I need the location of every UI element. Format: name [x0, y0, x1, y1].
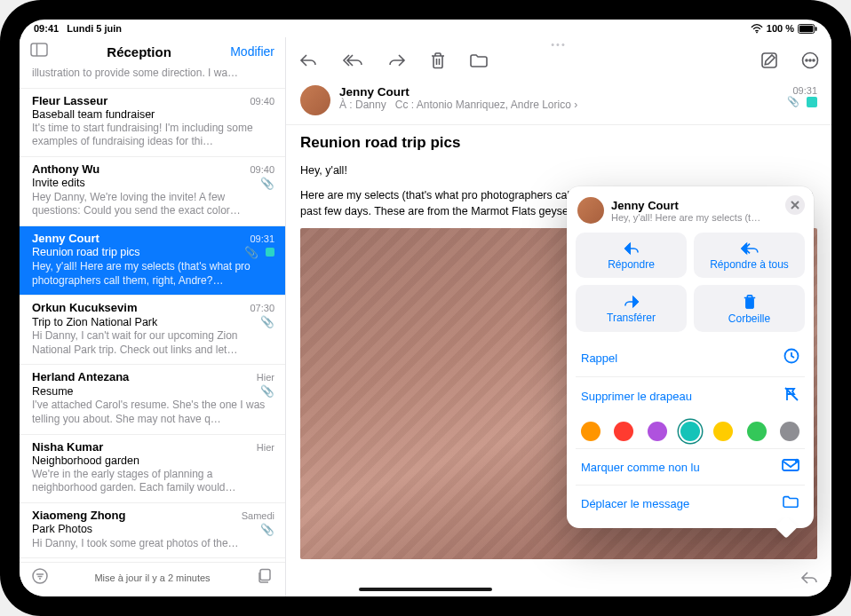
flag-color-swatch[interactable] [780, 422, 799, 441]
popover-sender: Jenny Court [611, 199, 762, 212]
multitask-grabber[interactable]: ••• [286, 37, 831, 50]
flag-color-swatch[interactable] [581, 422, 600, 441]
status-date: Lundi 5 juin [67, 23, 122, 34]
recipient-to[interactable]: Danny [355, 99, 386, 111]
sync-status: Mise à jour il y a 2 minutes [48, 573, 257, 583]
sidebar-toggle-icon[interactable] [30, 43, 48, 60]
move-message-button[interactable]: Déplacer le message [576, 485, 805, 521]
move-folder-icon[interactable] [469, 52, 489, 72]
edit-button[interactable]: Modifier [230, 44, 274, 59]
message-content-pane: ••• [286, 37, 831, 596]
mailbox-title: Réception [107, 44, 171, 59]
flag-color-swatch[interactable] [680, 422, 700, 441]
remove-flag-button[interactable]: Supprimer le drapeau [576, 376, 805, 415]
reply-icon[interactable] [298, 52, 318, 72]
list-item[interactable]: Fleur Lasseur09:40 Baseball team fundrai… [20, 89, 285, 157]
flag-color-swatch[interactable] [648, 422, 667, 441]
attachment-icon: 📎 [244, 246, 258, 259]
flag-color-swatch[interactable] [713, 422, 733, 441]
attachment-icon: 📎 [260, 177, 274, 190]
reply-all-icon[interactable] [341, 52, 364, 72]
svg-point-18 [795, 459, 799, 463]
reply-icon[interactable] [799, 570, 819, 589]
filter-icon[interactable] [32, 568, 48, 588]
mailbox-sidebar: Réception Modifier illustration to provi… [20, 37, 286, 596]
mark-unread-button[interactable]: Marquer comme non lu [576, 448, 805, 485]
attachment-icon: 📎 [260, 315, 274, 328]
envelope-icon [782, 458, 799, 476]
message-time: 09:31 [787, 85, 817, 96]
svg-rect-10 [260, 570, 270, 580]
flag-color-swatch[interactable] [747, 422, 767, 441]
popover-preview: Hey, y'all! Here are my selects (that's… [611, 212, 762, 223]
attachment-icon: 📎 [787, 96, 799, 107]
list-item[interactable]: Orkun Kucuksevim07:30 Trip to Zion Natio… [20, 296, 285, 365]
attachment-icon: 📎 [260, 523, 274, 536]
close-icon[interactable] [785, 195, 805, 215]
list-item[interactable]: illustration to provide some direction. … [20, 64, 285, 89]
svg-rect-4 [31, 43, 47, 56]
svg-point-15 [813, 59, 815, 61]
chevron-right-icon[interactable]: › [574, 99, 577, 111]
forward-button[interactable]: Transférer [576, 285, 687, 332]
sender-name[interactable]: Jenny Court [339, 85, 778, 99]
message-toolbar [286, 50, 831, 78]
svg-rect-2 [799, 25, 814, 31]
message-subject: Reunion road trip pics [300, 134, 817, 152]
folder-icon [782, 494, 799, 512]
battery-percent: 100 % [767, 23, 794, 34]
wifi-icon [751, 24, 763, 34]
trash-icon[interactable] [430, 51, 446, 73]
recipient-cc[interactable]: Antonio Manriquez, Andre Lorico [417, 99, 571, 111]
compose-copies-icon[interactable] [257, 568, 273, 588]
list-item[interactable]: Nisha KumarHier Neighborhood garden We'r… [20, 435, 285, 503]
forward-icon[interactable] [387, 52, 407, 72]
reply-button[interactable]: Répondre [576, 233, 687, 278]
status-bar: 09:41 Lundi 5 juin 100 % [20, 20, 831, 37]
svg-point-13 [806, 59, 807, 61]
svg-point-14 [809, 59, 811, 61]
compose-icon[interactable] [760, 51, 778, 73]
battery-icon [798, 24, 817, 34]
actions-popover: Jenny Court Hey, y'all! Here are my sele… [567, 186, 814, 528]
more-icon[interactable] [801, 51, 819, 73]
trash-button[interactable]: Corbeille [694, 285, 805, 332]
status-time: 09:41 [34, 23, 59, 34]
message-header: Jenny Court À : Danny Cc : Antonio Manri… [286, 78, 831, 125]
flag-icon [807, 97, 817, 107]
message-list[interactable]: illustration to provide some direction. … [20, 64, 285, 562]
avatar [577, 197, 604, 224]
flag-off-icon [783, 386, 799, 406]
home-indicator[interactable] [359, 588, 492, 591]
list-item[interactable]: Herland AntezanaHier Resume📎 I've attach… [20, 365, 285, 434]
remind-later-button[interactable]: Rappel [576, 339, 805, 376]
attachment-icon: 📎 [260, 384, 274, 398]
flag-color-picker [576, 415, 805, 448]
flag-color-swatch[interactable] [614, 422, 633, 441]
list-item-selected[interactable]: Jenny Court09:31 Reunion road trip pics … [20, 226, 285, 296]
list-item[interactable]: Anthony Wu09:40 Invite edits📎 Hey Danny,… [20, 157, 285, 226]
svg-point-0 [756, 31, 758, 33]
list-item[interactable]: Xiaomeng ZhongSamedi Park Photos📎 Hi Dan… [20, 503, 285, 559]
svg-rect-3 [815, 27, 817, 31]
flag-icon [266, 248, 274, 257]
message-paragraph: Hey, y'all! [300, 162, 817, 178]
clock-icon [783, 348, 799, 367]
reply-all-button[interactable]: Répondre à tous [694, 233, 805, 278]
avatar[interactable] [300, 85, 330, 115]
